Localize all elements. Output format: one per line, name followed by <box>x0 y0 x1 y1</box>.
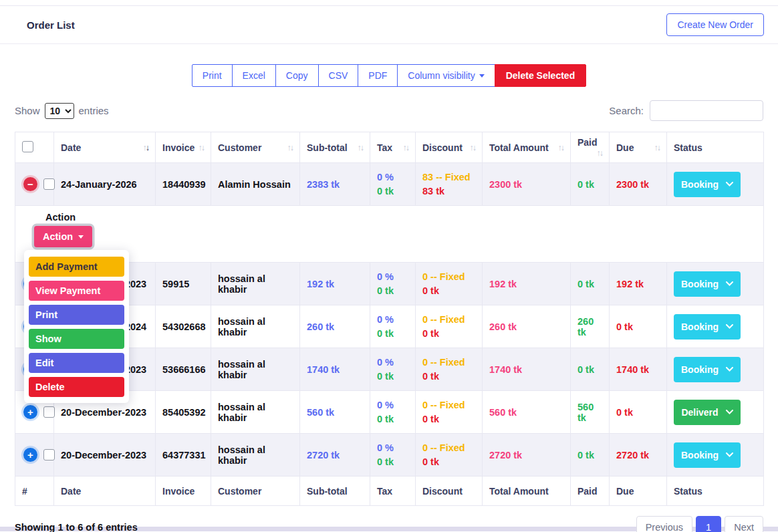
status-select-button[interactable]: Booking <box>674 172 741 197</box>
delete-selected-button[interactable]: Delete Selected <box>495 64 587 87</box>
status-select-button[interactable]: Booking <box>674 271 741 297</box>
status-label: Booking <box>681 321 719 332</box>
order-subtotal-cell: 2720 tk <box>300 434 370 477</box>
order-invoice-cell: 54302668 <box>156 305 211 348</box>
order-invoice-cell: 18440939 <box>156 163 211 206</box>
order-total-cell: 2720 tk <box>483 434 571 477</box>
column-header-due[interactable]: Due↑↓ <box>610 132 667 163</box>
orders-table-head: Date↑↓Invoice↑↓Customer↑↓Sub-total↑↓Tax↑… <box>15 132 764 163</box>
row-checkbox[interactable] <box>43 406 55 418</box>
order-status-cell: Booking <box>667 434 764 477</box>
column-header-label: Customer <box>218 142 261 153</box>
tax-percent: 0 % <box>377 357 408 368</box>
footer-header-sub-total: Sub-total <box>300 477 370 506</box>
column-header-discount[interactable]: Discount↑↓ <box>416 132 483 163</box>
row-checkbox[interactable] <box>43 449 55 460</box>
export-print-button[interactable]: Print <box>192 64 233 87</box>
footer-header-invoice: Invoice <box>156 477 211 506</box>
footer-header-due: Due <box>610 477 667 506</box>
order-tax: 0 %0 tk <box>377 394 408 430</box>
page-1-button[interactable]: 1 <box>696 516 721 532</box>
status-select-button[interactable]: Deliverd <box>674 400 741 425</box>
order-due-cell: 0 tk <box>610 305 667 348</box>
column-header-sub-total[interactable]: Sub-total↑↓ <box>300 132 370 163</box>
export-copy-button[interactable]: Copy <box>275 64 319 87</box>
status-select-button[interactable]: Booking <box>674 314 741 340</box>
expand-row-icon[interactable]: + <box>23 448 37 462</box>
order-discount-cell: 0 -- Fixed0 tk <box>416 348 483 391</box>
column-header-invoice[interactable]: Invoice↑↓ <box>156 132 211 163</box>
page-size-select[interactable]: 10 <box>45 103 74 119</box>
column-header-total-amount[interactable]: Total Amount↑↓ <box>483 132 571 163</box>
menu-item-edit[interactable]: Edit <box>29 353 124 373</box>
order-discount-cell: 0 -- Fixed0 tk <box>416 263 483 305</box>
order-total-cell: 260 tk <box>483 305 571 348</box>
action-dropdown-button[interactable]: Action <box>34 226 92 247</box>
column-header-tax[interactable]: Tax↑↓ <box>370 132 416 163</box>
row-checkbox[interactable] <box>43 178 55 190</box>
order-date: 24-January-2026 <box>61 179 137 190</box>
order-due-cell: 1740 tk <box>610 348 667 391</box>
order-subtotal: 560 tk <box>307 407 334 418</box>
collapse-row-icon[interactable]: − <box>23 177 37 191</box>
menu-item-delete[interactable]: Delete <box>29 377 124 397</box>
action-dropdown-menu: Add PaymentView PaymentPrintShowEditDele… <box>24 250 129 403</box>
chevron-down-icon <box>726 367 733 372</box>
order-discount: 0 -- Fixed0 tk <box>422 265 475 302</box>
menu-item-view-payment[interactable]: View Payment <box>29 281 124 301</box>
order-invoice: 18440939 <box>162 179 206 190</box>
menu-item-print[interactable]: Print <box>29 305 124 325</box>
order-tax: 0 %0 tk <box>377 166 408 203</box>
order-invoice: 53666166 <box>162 364 206 375</box>
discount-type: 0 -- Fixed <box>422 400 475 410</box>
status-select-button[interactable]: Booking <box>674 442 741 468</box>
order-status-cell: Booking <box>667 305 764 348</box>
table-controls: Show 10 entries Search: <box>0 100 778 121</box>
next-page-button[interactable]: Next <box>725 516 763 532</box>
create-new-order-button[interactable]: Create New Order <box>666 13 764 36</box>
showing-entries-text: Showing 1 to 6 of 6 entries <box>15 522 138 532</box>
chevron-down-icon <box>726 182 733 186</box>
chevron-down-icon <box>726 410 733 414</box>
status-select-button[interactable]: Booking <box>674 357 741 382</box>
export-excel-button[interactable]: Excel <box>232 64 276 87</box>
select-all-checkbox[interactable] <box>22 141 33 152</box>
export-pdf-button[interactable]: PDF <box>358 64 398 87</box>
order-customer-cell: hossain al khabir <box>211 391 300 434</box>
menu-item-add-payment[interactable]: Add Payment <box>29 257 124 277</box>
sort-icon: ↑↓ <box>143 143 149 152</box>
order-due-cell: 2720 tk <box>610 434 667 477</box>
sort-icon: ↑↓ <box>403 143 409 152</box>
footer-header-tax: Tax <box>370 477 416 506</box>
sort-desc-icon: ↓ <box>473 143 475 152</box>
tax-amount: 0 tk <box>377 456 408 467</box>
order-discount: 0 -- Fixed0 tk <box>422 308 475 345</box>
order-row: +20-December-202364377331hossain al khab… <box>15 434 764 477</box>
select-all-header-cell <box>15 132 54 163</box>
order-status-cell: Booking <box>667 263 764 305</box>
order-due: 1740 tk <box>616 364 649 375</box>
column-header-date[interactable]: Date↑↓ <box>54 132 156 163</box>
search-input[interactable] <box>650 100 763 121</box>
order-status-cell: Booking <box>667 163 764 206</box>
chevron-down-icon <box>726 281 733 286</box>
status-label: Booking <box>681 179 719 190</box>
order-customer-cell: hossain al khabir <box>211 305 300 348</box>
order-total: 2720 tk <box>489 450 522 460</box>
export-csv-button[interactable]: CSV <box>318 64 359 87</box>
sort-icon: ↑↓ <box>597 148 603 158</box>
footer-header-#: # <box>15 477 54 506</box>
expand-row-icon[interactable]: + <box>23 405 37 419</box>
status-label: Booking <box>681 450 719 460</box>
tax-amount: 0 tk <box>377 186 408 196</box>
previous-page-button[interactable]: Previous <box>636 516 692 532</box>
show-entries: Show 10 entries <box>15 103 109 119</box>
menu-item-show[interactable]: Show <box>29 329 124 349</box>
order-subtotal-cell: 1740 tk <box>300 348 370 391</box>
order-customer-cell: hossain al khabir <box>211 348 300 391</box>
sort-icon: ↑↓ <box>558 143 564 152</box>
column-header-customer[interactable]: Customer↑↓ <box>211 132 300 163</box>
column-visibility-button[interactable]: Column visibility <box>397 64 495 87</box>
export-button-group: PrintExcelCopyCSVPDFColumn visibilityDel… <box>192 64 586 87</box>
column-header-paid[interactable]: Paid↑↓ <box>571 132 610 163</box>
